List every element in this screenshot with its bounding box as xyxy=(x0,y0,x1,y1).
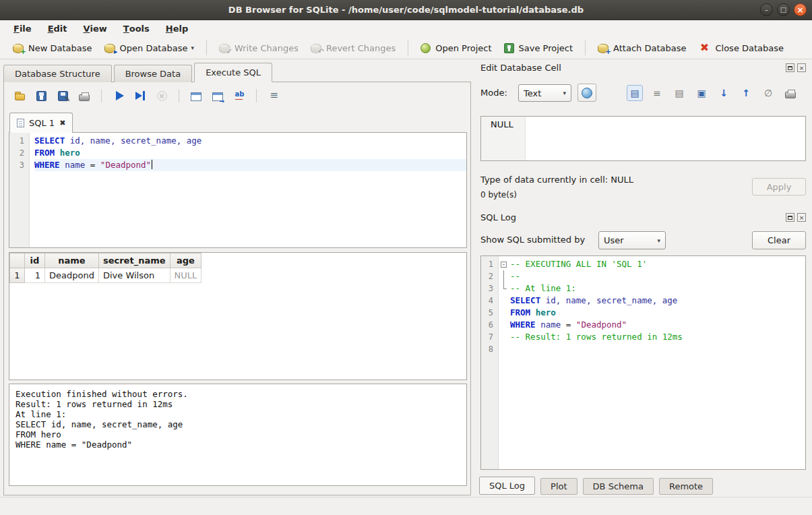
window-controls: – □ × xyxy=(760,3,807,16)
tab-browse-data[interactable]: Browse Data xyxy=(114,65,193,82)
dock-tab-remote[interactable]: Remote xyxy=(659,478,713,495)
word-wrap-button[interactable]: ≡ xyxy=(649,85,665,101)
execute-all-button[interactable] xyxy=(110,87,127,104)
log-folds: - xyxy=(499,256,509,469)
print-sql-icon xyxy=(79,94,90,101)
execute-current-line-button[interactable] xyxy=(131,87,149,104)
message-area[interactable]: Execution finished without errors.Result… xyxy=(9,384,467,486)
open-project-button[interactable]: Open Project xyxy=(414,40,497,56)
set-null-button[interactable]: ∅ xyxy=(760,85,776,101)
mode-label: Mode: xyxy=(480,84,507,102)
row-number-header xyxy=(10,253,25,268)
sql-tab-label: SQL 1 xyxy=(29,118,55,128)
message-line: Result: 1 rows returned in 12ms xyxy=(15,399,460,409)
print-cell-button[interactable] xyxy=(782,85,799,101)
log-line: -- xyxy=(510,270,805,282)
save-sql-as-button[interactable] xyxy=(54,87,71,104)
toolbar-label: Save Project xyxy=(519,43,573,53)
cell-age[interactable]: NULL xyxy=(170,268,201,283)
results-body: 11DeadpondDive WilsonNULL xyxy=(10,268,201,283)
text-mode-icon: ▤ xyxy=(630,88,639,98)
col-header-id[interactable]: id xyxy=(25,253,45,268)
save-project-button[interactable]: Save Project xyxy=(498,40,580,56)
export-data-button[interactable]: ↑ xyxy=(738,85,754,101)
menu-view[interactable]: View xyxy=(75,20,115,37)
col-header-secret-name[interactable]: secret_name xyxy=(98,253,170,268)
sql-editor[interactable]: 123 SELECT id, name, secret_name, ageFRO… xyxy=(9,132,467,248)
revert-changes-icon: ↶ xyxy=(311,44,321,53)
col-header-name[interactable]: name xyxy=(45,253,99,268)
menu-edit[interactable]: Edit xyxy=(40,20,75,37)
cell-editor[interactable]: NULL xyxy=(480,116,806,161)
close-sql-tab-icon[interactable]: ✖ xyxy=(59,119,65,127)
open-file-icon: ▤ xyxy=(675,88,683,98)
text-mode-button[interactable]: ▤ xyxy=(627,85,643,101)
import-data-button[interactable]: ↓ xyxy=(716,85,732,101)
sql-file-tab[interactable]: SQL 1 ✖ xyxy=(9,113,73,133)
log-filter-select[interactable]: User ▾ xyxy=(598,231,666,249)
float-panel-icon[interactable] xyxy=(786,213,794,222)
dock-tab-plot[interactable]: Plot xyxy=(540,478,577,495)
cell-secret-name[interactable]: Dive Wilson xyxy=(98,268,170,283)
toolbar-label: Open Project xyxy=(435,43,491,53)
menu-help[interactable]: Help xyxy=(158,20,196,37)
clear-log-button[interactable]: Clear xyxy=(752,231,806,249)
float-panel-icon[interactable] xyxy=(786,63,794,72)
sql-log-view[interactable]: 12345678 - -- EXECUTING ALL IN 'SQL 1'--… xyxy=(480,255,806,470)
close-database-icon: ✖ xyxy=(698,42,710,54)
minimize-button[interactable]: – xyxy=(760,3,773,16)
attach-database-button[interactable]: +Attach Database xyxy=(592,40,692,56)
close-panel-icon[interactable]: × xyxy=(797,213,806,222)
cell-editor-margin: NULL xyxy=(481,117,526,160)
open-file-button[interactable]: ▤ xyxy=(671,85,687,101)
stop-execution-button xyxy=(153,87,170,104)
tab-database-structure[interactable]: Database Structure xyxy=(3,65,112,82)
message-line: FROM hero xyxy=(15,429,460,440)
dock-tab-db-schema[interactable]: DB Schema xyxy=(583,478,654,495)
fold-marker-icon[interactable]: - xyxy=(501,262,507,268)
find-replace-button[interactable] xyxy=(230,87,248,104)
auto-detect-button[interactable] xyxy=(577,84,596,102)
results-header-row: idnamesecret_nameage xyxy=(10,253,201,268)
menu-tools[interactable]: Tools xyxy=(115,20,158,37)
copy-data-button[interactable]: ▣ xyxy=(693,85,710,101)
dock-tab-sql-log[interactable]: SQL Log xyxy=(479,477,535,495)
status-bar: UTF-8 xyxy=(0,497,812,515)
print-sql-button[interactable] xyxy=(75,87,93,104)
new-database-button[interactable]: +New Database xyxy=(7,40,98,56)
new-sql-tab-button[interactable] xyxy=(187,87,205,104)
open-database-button[interactable]: ▸Open Database▾ xyxy=(98,40,200,56)
editor-line: SELECT id, name, secret_name, age xyxy=(34,135,466,147)
open-in-new-tab-button[interactable] xyxy=(209,87,226,104)
log-line: -- EXECUTING ALL IN 'SQL 1' xyxy=(510,258,805,270)
apply-button: Apply xyxy=(752,178,806,195)
cell-name[interactable]: Deadpond xyxy=(45,268,99,283)
tab-execute-sql[interactable]: Execute SQL xyxy=(194,63,272,82)
log-line: -- At line 1: xyxy=(510,282,805,295)
word-wrap-button[interactable] xyxy=(265,87,282,104)
sql-toolbar xyxy=(11,86,282,105)
execute-current-line-icon xyxy=(135,90,146,102)
write-changes-icon: ✔ xyxy=(219,44,230,53)
open-sql-file-button[interactable] xyxy=(11,87,28,104)
mode-select[interactable]: Text ▾ xyxy=(518,84,571,102)
close-button[interactable]: × xyxy=(794,3,807,16)
text-caret xyxy=(152,160,152,169)
results-grid[interactable]: idnamesecret_nameage 11DeadpondDive Wils… xyxy=(9,252,467,380)
chevron-down-icon[interactable]: ▾ xyxy=(191,44,194,51)
maximize-button[interactable]: □ xyxy=(777,3,790,16)
close-panel-icon[interactable]: × xyxy=(797,63,806,72)
log-line: FROM hero xyxy=(510,307,805,319)
cell-id[interactable]: 1 xyxy=(25,268,45,283)
open-in-new-tab-icon xyxy=(212,92,223,101)
log-line: WHERE name = "Deadpond" xyxy=(510,319,805,331)
menu-file[interactable]: File xyxy=(5,20,40,37)
save-sql-file-button[interactable] xyxy=(32,87,50,104)
toolbar-separator xyxy=(408,40,408,55)
close-database-button[interactable]: ✖Close Database xyxy=(692,39,790,57)
log-gutter: 12345678 xyxy=(481,256,499,469)
open-project-icon xyxy=(420,43,431,53)
col-header-age[interactable]: age xyxy=(170,253,201,268)
open-sql-file-icon xyxy=(14,90,26,102)
table-row[interactable]: 11DeadpondDive WilsonNULL xyxy=(10,268,201,283)
